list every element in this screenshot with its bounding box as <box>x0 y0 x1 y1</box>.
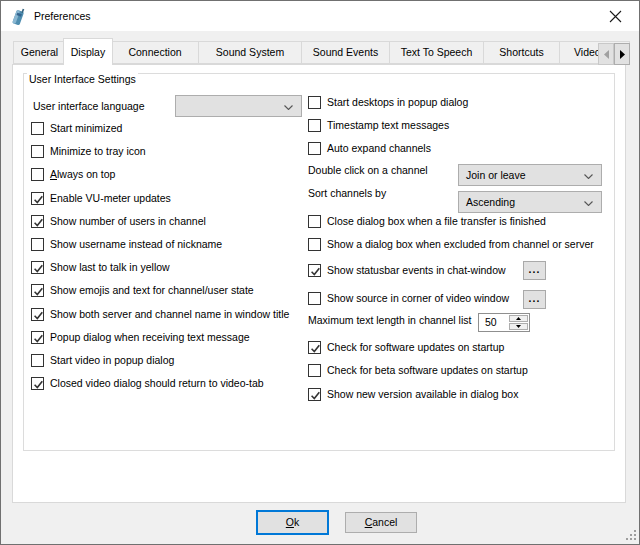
arrow-left-icon <box>604 50 609 59</box>
sort-channels-label: Sort channels by <box>308 187 386 200</box>
auto-expand-checkbox[interactable] <box>308 142 321 155</box>
option-desktops-popup[interactable]: Start desktops in popup dialog <box>308 95 468 109</box>
option-timestamp[interactable]: Timestamp text messages <box>308 118 449 132</box>
option-check-beta-updates[interactable]: Check for beta software updates on start… <box>308 363 528 377</box>
sort-channels-select[interactable]: Ascending <box>458 191 602 213</box>
vu-meter-label: Enable VU-meter updates <box>50 192 171 205</box>
close-icon <box>609 10 622 23</box>
timestamp-label: Timestamp text messages <box>327 119 449 132</box>
option-excluded-dialog[interactable]: Show a dialog box when excluded from cha… <box>308 237 594 251</box>
option-video-return-tab[interactable]: Closed video dialog should return to vid… <box>31 376 264 390</box>
video-return-tab-checkbox[interactable] <box>31 377 44 390</box>
popup-text-message-checkbox[interactable] <box>31 331 44 344</box>
excluded-dialog-checkbox[interactable] <box>308 238 321 251</box>
option-check-updates[interactable]: Check for software updates on startup <box>308 340 504 354</box>
option-close-file-transfer[interactable]: Close dialog box when a file transfer is… <box>308 214 546 228</box>
last-to-talk-checkbox[interactable] <box>31 261 44 274</box>
show-username-label: Show username instead of nickname <box>50 238 222 251</box>
option-server-channel-title[interactable]: Show both server and channel name in win… <box>31 307 289 321</box>
max-text-length-value: 50 <box>479 316 508 329</box>
language-select[interactable] <box>175 95 302 117</box>
statusbar-events-label: Show statusbar events in chat-window <box>327 264 506 277</box>
video-source-corner-checkbox[interactable] <box>308 292 321 305</box>
arrow-down-icon <box>516 325 521 328</box>
arrow-right-icon <box>620 50 625 59</box>
option-auto-expand[interactable]: Auto expand channels <box>308 141 431 155</box>
video-return-tab-label: Closed video dialog should return to vid… <box>50 377 264 390</box>
option-minimize-to-tray[interactable]: Minimize to tray icon <box>31 144 146 158</box>
popup-text-message-label: Popup dialog when receiving text message <box>50 331 250 344</box>
cancel-button[interactable]: Cancel <box>345 512 417 533</box>
option-last-to-talk[interactable]: Show last to talk in yellow <box>31 260 170 274</box>
check-updates-checkbox[interactable] <box>308 341 321 354</box>
option-video-popup[interactable]: Start video in popup dialog <box>31 353 174 367</box>
option-statusbar-events[interactable]: Show statusbar events in chat-window <box>308 263 506 277</box>
close-file-transfer-label: Close dialog box when a file transfer is… <box>327 215 546 228</box>
option-show-username[interactable]: Show username instead of nickname <box>31 237 222 251</box>
new-version-dialog-label: Show new version available in dialog box <box>327 388 518 401</box>
video-popup-checkbox[interactable] <box>31 354 44 367</box>
option-show-user-count[interactable]: Show number of users in channel <box>31 214 206 228</box>
resize-grip[interactable] <box>624 528 638 542</box>
tab-scroll-left-button[interactable] <box>598 43 614 65</box>
tab-display[interactable]: Display <box>63 38 113 65</box>
minimize-to-tray-checkbox[interactable] <box>31 145 44 158</box>
double-click-select[interactable]: Join or leave <box>458 164 602 186</box>
chevron-down-icon <box>584 201 593 206</box>
always-on-top-checkbox[interactable] <box>31 168 44 181</box>
ok-label: Ok <box>286 516 299 529</box>
desktops-popup-checkbox[interactable] <box>308 96 321 109</box>
group-title: User Interface Settings <box>27 72 138 87</box>
spin-down-button[interactable] <box>509 323 528 330</box>
show-username-checkbox[interactable] <box>31 238 44 251</box>
server-channel-title-label: Show both server and channel name in win… <box>50 308 289 321</box>
window-title: Preferences <box>34 10 91 23</box>
tab-shortcuts[interactable]: Shortcuts <box>483 41 560 64</box>
ok-button[interactable]: Ok <box>256 510 329 535</box>
chevron-down-icon <box>284 105 293 110</box>
minimize-to-tray-label: Minimize to tray icon <box>50 145 146 158</box>
check-beta-updates-label: Check for beta software updates on start… <box>327 364 528 377</box>
new-version-dialog-checkbox[interactable] <box>308 388 321 401</box>
language-label: User interface language <box>33 100 145 113</box>
tab-scroll-right-button[interactable] <box>614 43 630 65</box>
start-minimized-checkbox[interactable] <box>31 122 44 135</box>
video-source-more-button[interactable]: ... <box>523 290 546 309</box>
tab-connection[interactable]: Connection <box>111 41 199 64</box>
server-channel-title-checkbox[interactable] <box>31 308 44 321</box>
statusbar-events-checkbox[interactable] <box>308 264 321 277</box>
option-vu-meter[interactable]: Enable VU-meter updates <box>31 191 171 205</box>
double-click-value: Join or leave <box>459 169 526 182</box>
option-new-version-dialog[interactable]: Show new version available in dialog box <box>308 387 518 401</box>
timestamp-checkbox[interactable] <box>308 119 321 132</box>
vu-meter-checkbox[interactable] <box>31 192 44 205</box>
double-click-label: Double click on a channel <box>308 164 428 177</box>
check-beta-updates-checkbox[interactable] <box>308 364 321 377</box>
spin-up-button[interactable] <box>509 315 528 322</box>
option-video-source-corner[interactable]: Show source in corner of video window <box>308 291 509 305</box>
max-text-length-spinbox[interactable]: 50 <box>478 313 530 332</box>
start-minimized-label: Start minimized <box>50 122 122 135</box>
tab-text-to-speech[interactable]: Text To Speech <box>389 41 484 64</box>
option-show-emojis[interactable]: Show emojis and text for channel/user st… <box>31 283 254 297</box>
last-to-talk-label: Show last to talk in yellow <box>50 261 170 274</box>
cancel-label: Cancel <box>365 516 398 529</box>
close-file-transfer-checkbox[interactable] <box>308 215 321 228</box>
show-user-count-checkbox[interactable] <box>31 215 44 228</box>
statusbar-events-more-button[interactable]: ... <box>523 261 546 280</box>
show-user-count-label: Show number of users in channel <box>50 215 206 228</box>
desktops-popup-label: Start desktops in popup dialog <box>327 96 468 109</box>
option-always-on-top[interactable]: Always on top <box>31 167 115 181</box>
arrow-up-icon <box>516 317 521 320</box>
video-source-corner-label: Show source in corner of video window <box>327 292 509 305</box>
option-start-minimized[interactable]: Start minimized <box>31 121 122 135</box>
tab-general[interactable]: General <box>13 41 66 64</box>
excluded-dialog-label: Show a dialog box when excluded from cha… <box>327 238 594 251</box>
close-button[interactable] <box>593 2 638 31</box>
option-popup-text-message[interactable]: Popup dialog when receiving text message <box>31 330 250 344</box>
show-emojis-checkbox[interactable] <box>31 284 44 297</box>
tab-sound-system[interactable]: Sound System <box>198 41 302 64</box>
video-popup-label: Start video in popup dialog <box>50 354 174 367</box>
title-bar: Preferences <box>1 1 639 31</box>
tab-sound-events[interactable]: Sound Events <box>301 41 390 64</box>
